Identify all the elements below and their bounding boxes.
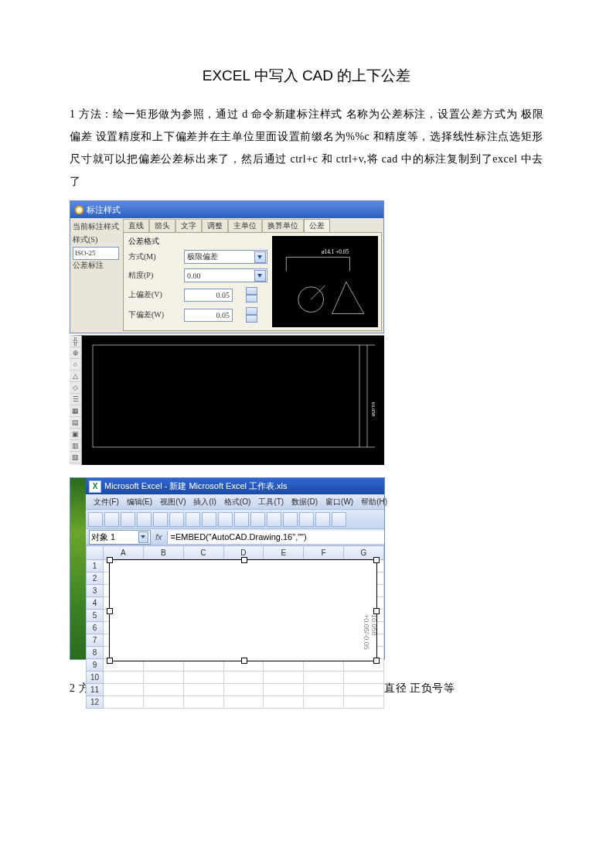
menu-insert[interactable]: 插入(I) bbox=[190, 495, 219, 509]
row-header[interactable]: 6 bbox=[87, 622, 104, 634]
label-lower: 下偏差(W) bbox=[128, 309, 170, 320]
tab-fit[interactable]: 调整 bbox=[202, 219, 228, 232]
label-method: 方式(M) bbox=[128, 251, 170, 262]
tool-icon[interactable]: ▥ bbox=[70, 440, 81, 452]
select-precision[interactable]: 0.00 bbox=[184, 268, 267, 282]
toolbar-button[interactable] bbox=[218, 512, 233, 527]
dimension-preview: ø14.1 +0.05 bbox=[272, 236, 378, 327]
row-header[interactable]: 3 bbox=[87, 585, 104, 597]
tolerance-form: 公差格式 方式(M) 极限偏差 精度(P) 0.00 bbox=[124, 233, 272, 330]
fx-icon[interactable]: fx bbox=[151, 532, 167, 542]
toolbar-button[interactable] bbox=[283, 512, 298, 527]
tab-lines[interactable]: 直线 bbox=[123, 219, 149, 232]
toolbar-button[interactable] bbox=[250, 512, 265, 527]
excel-grid[interactable]: A B C D E F G 1 2 3 4 5 6 7 8 bbox=[86, 545, 384, 709]
formula-input[interactable]: =EMBED("AutoCAD.Drawing.16","") bbox=[167, 531, 384, 544]
select-precision-value: 0.00 bbox=[187, 272, 201, 280]
toolbar-button[interactable] bbox=[153, 512, 168, 527]
chevron-down-icon bbox=[138, 531, 148, 543]
menu-window[interactable]: 窗口(W) bbox=[322, 495, 356, 509]
col-header[interactable]: F bbox=[304, 546, 344, 560]
tool-icon[interactable]: ╬ bbox=[70, 336, 81, 347]
toolbar-button[interactable] bbox=[88, 512, 103, 527]
row-header[interactable]: 12 bbox=[87, 696, 104, 709]
select-all-corner[interactable] bbox=[87, 546, 104, 560]
row-header[interactable]: 1 bbox=[87, 560, 104, 572]
row-header[interactable]: 7 bbox=[87, 634, 104, 647]
tool-icon[interactable]: △ bbox=[70, 371, 81, 382]
dialog-title: 标注样式 bbox=[87, 204, 121, 216]
input-lower[interactable]: 0.05 bbox=[184, 309, 233, 322]
name-box[interactable]: 对象 1 bbox=[89, 530, 151, 545]
menu-data[interactable]: 数据(D) bbox=[288, 495, 321, 509]
tool-icon[interactable]: ◇ bbox=[70, 382, 81, 394]
tool-icon[interactable]: ☰ bbox=[70, 394, 81, 405]
resize-handle[interactable] bbox=[241, 658, 247, 664]
figure-cad-canvas: ╬ ⊕ ○ △ ◇ ☰ ▦ ▤ ▣ ▥ ▧ 10.058 bbox=[70, 335, 384, 465]
paragraph-1: 1 方法：绘一矩形做为参照，通过 d 命令新建标注样式 名称为公差标注，设置公差… bbox=[70, 103, 543, 193]
row-header[interactable]: 5 bbox=[87, 610, 104, 622]
select-method[interactable]: 极限偏差 bbox=[184, 250, 267, 264]
tool-icon[interactable]: ⊕ bbox=[70, 347, 81, 359]
tool-icon[interactable]: ▦ bbox=[70, 405, 81, 417]
menu-file[interactable]: 文件(F) bbox=[90, 495, 122, 509]
excel-titlebar: X Microsoft Excel - 新建 Microsoft Excel 工… bbox=[86, 478, 384, 494]
toolbar-button[interactable] bbox=[267, 512, 281, 527]
excel-formula-bar: 对象 1 fx =EMBED("AutoCAD.Drawing.16","") bbox=[86, 529, 384, 545]
toolbar-button[interactable] bbox=[315, 512, 330, 527]
row-header[interactable]: 2 bbox=[87, 572, 104, 585]
tab-text[interactable]: 文字 bbox=[175, 219, 202, 232]
resize-handle[interactable] bbox=[373, 608, 380, 614]
resize-handle[interactable] bbox=[107, 557, 113, 563]
toolbar-button[interactable] bbox=[332, 512, 346, 527]
toolbar-button[interactable] bbox=[169, 512, 184, 527]
tool-icon[interactable]: ○ bbox=[70, 359, 81, 371]
spinner-upper[interactable] bbox=[246, 287, 257, 302]
resize-handle[interactable] bbox=[107, 608, 113, 614]
menu-help[interactable]: 帮助(H) bbox=[358, 495, 390, 509]
row-header[interactable]: 11 bbox=[87, 684, 104, 696]
resize-handle[interactable] bbox=[107, 658, 113, 664]
tab-arrows[interactable]: 箭头 bbox=[149, 219, 175, 232]
toolbar-button[interactable] bbox=[234, 512, 249, 527]
toolbar-button[interactable] bbox=[121, 512, 135, 527]
tool-icon[interactable]: ▤ bbox=[70, 417, 81, 429]
document-page: EXCEL 中写入 CAD 的上下公差 1 方法：绘一矩形做为参照，通过 d 命… bbox=[0, 0, 613, 868]
label-styles: 样式(S) bbox=[73, 234, 119, 246]
chevron-down-icon bbox=[254, 251, 266, 263]
figure-excel-window: X Microsoft Excel - 新建 Microsoft Excel 工… bbox=[70, 477, 385, 660]
spinner-lower[interactable] bbox=[246, 307, 257, 323]
tab-alt[interactable]: 换算单位 bbox=[262, 219, 304, 232]
row-header[interactable]: 10 bbox=[87, 672, 104, 684]
toolbar-button[interactable] bbox=[299, 512, 314, 527]
toolbar-button[interactable] bbox=[186, 512, 200, 527]
tool-icon[interactable]: ▧ bbox=[70, 452, 81, 463]
excel-menubar: 文件(F) 编辑(E) 视图(V) 插入(I) 格式(O) 工具(T) 数据(D… bbox=[86, 494, 384, 509]
row-header[interactable]: 9 bbox=[87, 659, 104, 672]
col-header[interactable]: C bbox=[183, 546, 223, 560]
select-method-value: 极限偏差 bbox=[187, 251, 218, 262]
tab-primary[interactable]: 主单位 bbox=[228, 219, 262, 232]
resize-handle[interactable] bbox=[241, 557, 247, 563]
toolbar-button[interactable] bbox=[202, 512, 216, 527]
menu-edit[interactable]: 编辑(E) bbox=[124, 495, 155, 509]
row-header[interactable]: 4 bbox=[87, 597, 104, 610]
style-list-panel: 当前标注样式 样式(S) ISO-25 公差标注 bbox=[70, 218, 121, 333]
formula-text: =EMBED("AutoCAD.Drawing.16","") bbox=[171, 532, 307, 542]
row-header[interactable]: 8 bbox=[87, 647, 104, 659]
tab-tolerance[interactable]: 公差 bbox=[304, 219, 330, 232]
menu-tools[interactable]: 工具(T) bbox=[255, 495, 287, 509]
toolbar-button[interactable] bbox=[137, 512, 152, 527]
menu-format[interactable]: 格式(O) bbox=[221, 495, 254, 509]
svg-line-4 bbox=[311, 285, 325, 299]
style-iso25[interactable]: ISO-25 bbox=[73, 247, 119, 260]
input-upper[interactable]: 0.05 bbox=[184, 289, 233, 302]
tool-icon[interactable]: ▣ bbox=[70, 429, 81, 440]
col-header[interactable]: B bbox=[143, 546, 183, 560]
embedded-cad-object[interactable]: 10.058 +0.05/-0.05 bbox=[109, 559, 377, 661]
toolbar-button[interactable] bbox=[104, 512, 119, 527]
cad-tool-column: ╬ ⊕ ○ △ ◇ ☰ ▦ ▤ ▣ ▥ ▧ bbox=[70, 336, 82, 465]
col-header[interactable]: E bbox=[264, 546, 304, 560]
resize-handle[interactable] bbox=[373, 557, 380, 563]
menu-view[interactable]: 视图(V) bbox=[157, 495, 189, 509]
